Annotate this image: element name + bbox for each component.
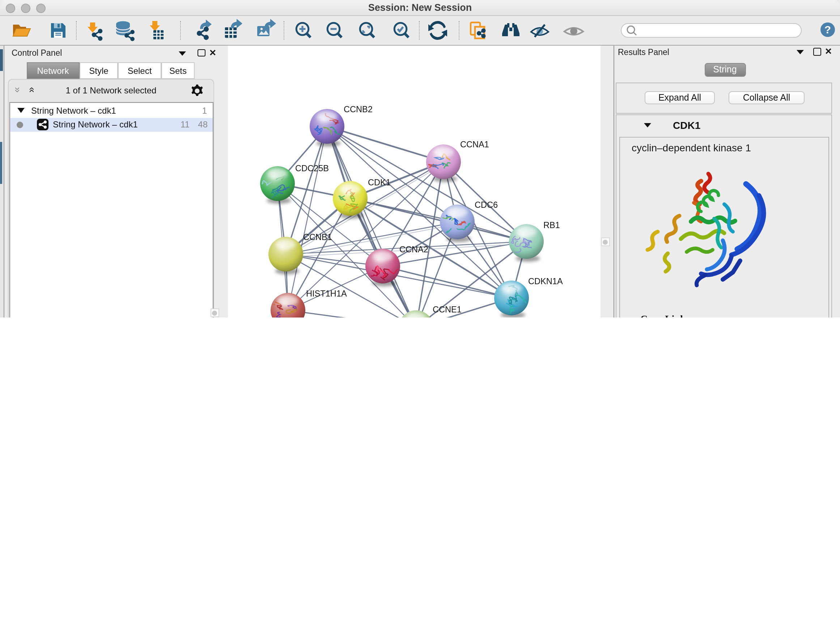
svg-text:CCNB1: CCNB1	[303, 232, 332, 241]
svg-text:CCNE1: CCNE1	[433, 304, 462, 314]
svg-text:CCNA1: CCNA1	[460, 139, 489, 149]
svg-text:CDKN1A: CDKN1A	[528, 276, 563, 286]
svg-text:RB1: RB1	[543, 220, 560, 230]
svg-text:CCNA2: CCNA2	[399, 244, 428, 254]
svg-text:HIST1H1A: HIST1H1A	[306, 288, 347, 298]
svg-text:CDC25B: CDC25B	[295, 163, 329, 173]
svg-text:CDK1: CDK1	[368, 177, 391, 187]
svg-text:CDC6: CDC6	[475, 200, 498, 209]
svg-text:CCNB2: CCNB2	[344, 104, 373, 114]
